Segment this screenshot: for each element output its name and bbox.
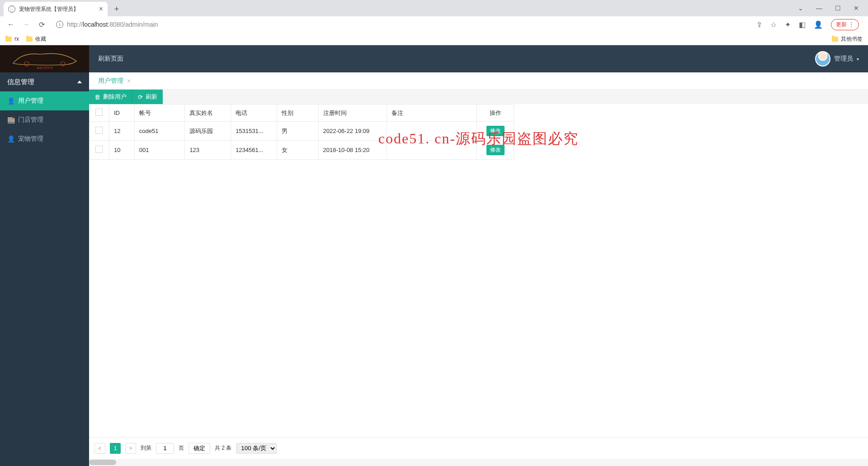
- refresh-icon: ⟳: [138, 94, 143, 100]
- side-panel-icon[interactable]: ◧: [799, 20, 806, 29]
- th-realname[interactable]: 真实姓名: [185, 105, 231, 122]
- forward-button[interactable]: →: [21, 19, 32, 30]
- maximize-icon[interactable]: ☐: [835, 5, 841, 12]
- sidebar-item-label: 宠物管理: [18, 135, 43, 143]
- edit-button[interactable]: 修改: [486, 145, 505, 155]
- th-gender[interactable]: 性别: [277, 105, 318, 122]
- sidebar-item-label: 用户管理: [18, 97, 43, 105]
- table-header-row: ID 帐号 真实姓名 电话 性别 注册时间 备注 操作: [90, 105, 514, 122]
- table-row: 12 code51 源码乐园 1531531... 男 2022-06-22 1…: [90, 122, 514, 141]
- user-icon: 👤: [7, 97, 14, 105]
- pagination: < 1 > 到第 页 确定 共 2 条 100 条/页: [89, 437, 868, 459]
- other-bookmarks[interactable]: 其他书签: [832, 35, 863, 43]
- url-field[interactable]: i http://localhost:8080/admin/main: [52, 21, 752, 28]
- topbar: 刷新页面 管理员▾: [89, 45, 868, 72]
- profile-icon[interactable]: 👤: [814, 20, 823, 29]
- chevron-up-icon: [77, 81, 82, 83]
- trash-icon: 🗑: [94, 94, 100, 100]
- minimize-icon[interactable]: —: [816, 5, 822, 12]
- svg-point-1: [61, 62, 65, 66]
- window-controls: ⌄ — ☐ ✕: [798, 5, 868, 12]
- th-phone[interactable]: 电话: [231, 105, 277, 122]
- sidebar-item-stores[interactable]: 🏬 门店管理: [0, 110, 89, 129]
- chevron-down-icon: ▾: [857, 57, 859, 62]
- goto-label: 到第: [141, 444, 151, 452]
- avatar: [815, 51, 830, 67]
- bookmark-favorites[interactable]: 收藏: [26, 35, 46, 43]
- th-note[interactable]: 备注: [387, 105, 477, 122]
- folder-icon: [26, 37, 33, 42]
- per-page-select[interactable]: 100 条/页: [236, 443, 277, 454]
- extensions-icon[interactable]: ✦: [785, 20, 791, 29]
- sidebar-item-label: 门店管理: [18, 116, 43, 124]
- prev-page-button[interactable]: <: [94, 443, 105, 454]
- sidebar-item-pets[interactable]: 👤 宠物管理: [0, 129, 89, 148]
- svg-point-0: [24, 62, 29, 66]
- user-icon: 👤: [7, 135, 14, 143]
- content-tabs: 用户管理 ×: [89, 72, 868, 90]
- svg-text:新能汽车护理: 新能汽车护理: [37, 66, 53, 69]
- toolbar: 🗑 删除用户 ⟳ 刷新: [89, 90, 868, 104]
- goto-page-input[interactable]: [156, 443, 174, 454]
- globe-icon: [8, 5, 15, 13]
- app-shell: 新能汽车护理 信息管理 👤 用户管理 🏬 门店管理 👤 宠物管理 刷新页面 管理…: [0, 45, 868, 466]
- table-container: ID 帐号 真实姓名 电话 性别 注册时间 备注 操作 12 code51: [89, 104, 868, 437]
- address-bar: ← → ⟳ i http://localhost:8080/admin/main…: [0, 16, 868, 33]
- th-account[interactable]: 帐号: [134, 105, 185, 122]
- select-all-checkbox[interactable]: [95, 109, 103, 116]
- browser-tab[interactable]: 宠物管理系统【管理员】 ×: [4, 2, 108, 16]
- th-id[interactable]: ID: [109, 105, 134, 122]
- total-count: 共 2 条: [215, 444, 231, 452]
- tab-users[interactable]: 用户管理 ×: [94, 77, 134, 85]
- row-checkbox[interactable]: [95, 146, 103, 153]
- close-tab-icon[interactable]: ×: [127, 77, 131, 85]
- store-icon: 🏬: [7, 116, 14, 124]
- main-content: 刷新页面 管理员▾ 用户管理 × 🗑 删除用户 ⟳ 刷新: [89, 45, 868, 466]
- table-row: 10 001 123 1234561... 女 2018-10-08 15:20…: [90, 141, 514, 160]
- new-tab-button[interactable]: +: [110, 5, 123, 14]
- bookmark-star-icon[interactable]: ☆: [770, 20, 777, 29]
- th-regtime[interactable]: 注册时间: [318, 105, 387, 122]
- browser-chrome: 宠物管理系统【管理员】 × + ⌄ — ☐ ✕ ← → ⟳ i http://l…: [0, 0, 868, 45]
- window-dropdown-icon[interactable]: ⌄: [798, 5, 803, 12]
- reload-button[interactable]: ⟳: [36, 19, 47, 30]
- sidebar-item-users[interactable]: 👤 用户管理: [0, 91, 89, 110]
- sidebar-section-header[interactable]: 信息管理: [0, 72, 89, 91]
- bookmark-rx[interactable]: rx: [5, 36, 19, 42]
- back-button[interactable]: ←: [5, 19, 16, 30]
- goto-confirm-button[interactable]: 确定: [189, 443, 210, 454]
- row-checkbox[interactable]: [95, 127, 103, 134]
- close-window-icon[interactable]: ✕: [854, 5, 859, 12]
- next-page-button[interactable]: >: [125, 443, 136, 454]
- bookmarks-bar: rx 收藏 其他书签: [0, 33, 868, 45]
- page-word: 页: [179, 444, 184, 452]
- close-tab-icon[interactable]: ×: [99, 5, 103, 13]
- users-table: ID 帐号 真实姓名 电话 性别 注册时间 备注 操作 12 code51: [89, 104, 514, 160]
- delete-user-button[interactable]: 🗑 删除用户: [89, 90, 132, 104]
- logo: 新能汽车护理: [0, 45, 89, 72]
- th-operate: 操作: [477, 105, 514, 122]
- page-number-button[interactable]: 1: [110, 443, 121, 454]
- tab-bar: 宠物管理系统【管理员】 × + ⌄ — ☐ ✕: [0, 0, 868, 16]
- refresh-button[interactable]: ⟳ 刷新: [132, 90, 163, 104]
- folder-icon: [832, 37, 838, 42]
- refresh-page-link[interactable]: 刷新页面: [98, 55, 123, 63]
- sidebar: 新能汽车护理 信息管理 👤 用户管理 🏬 门店管理 👤 宠物管理: [0, 45, 89, 466]
- share-icon[interactable]: ⇪: [756, 20, 762, 29]
- site-info-icon[interactable]: i: [56, 21, 63, 28]
- edit-button[interactable]: 修改: [486, 126, 505, 136]
- folder-icon: [5, 37, 12, 42]
- horizontal-scrollbar[interactable]: [89, 459, 868, 466]
- user-menu[interactable]: 管理员▾: [815, 51, 859, 67]
- tab-title: 宠物管理系统【管理员】: [19, 5, 79, 13]
- update-button[interactable]: 更新⋮: [831, 19, 859, 30]
